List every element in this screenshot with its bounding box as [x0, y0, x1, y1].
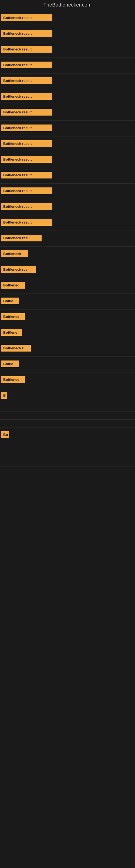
bottleneck-result-bar[interactable]: Bottlenec: [1, 376, 25, 383]
bottleneck-result-bar[interactable]: Bottleneck result: [1, 124, 52, 131]
bottleneck-result-bar[interactable]: Bottleneck result: [1, 187, 52, 194]
list-item: Bottleneck: [0, 247, 135, 262]
bottleneck-result-bar[interactable]: Bottleneck result: [1, 30, 52, 37]
list-item: [0, 404, 135, 412]
list-item: Bottle: [0, 294, 135, 310]
list-item: Bottleneck result: [0, 26, 135, 42]
bottleneck-result-bar[interactable]: Bottleneck result: [1, 109, 52, 116]
bottleneck-result-bar[interactable]: Bottleneck resu: [1, 235, 42, 241]
list-item: Bottleneck result: [0, 89, 135, 105]
list-item: Bottleneck result: [0, 136, 135, 152]
list-item: Bottleneck res: [0, 262, 135, 278]
list-item: Bottleneck result: [0, 152, 135, 168]
bottleneck-result-bar[interactable]: Bottleneck result: [1, 62, 52, 68]
bottleneck-result-bar[interactable]: Bottleneck result: [1, 77, 52, 84]
bottleneck-result-bar[interactable]: Bottleneck result: [1, 156, 52, 163]
bottleneck-result-bar[interactable]: Bottleneck result: [1, 203, 52, 210]
list-item: Bottleneck result: [0, 58, 135, 73]
list-item: Bottlenec: [0, 278, 135, 294]
list-item: Bottleneck result: [0, 73, 135, 89]
bottleneck-result-bar[interactable]: Bottlenec: [1, 313, 25, 320]
list-item: [0, 443, 135, 451]
list-item: Bottleneck result: [0, 42, 135, 58]
list-item: Bottleneck result: [0, 168, 135, 184]
list-item: Bottleneck r: [0, 341, 135, 357]
bottleneck-result-bar[interactable]: Bottlenec: [1, 282, 25, 289]
bottleneck-result-bar[interactable]: Bo: [1, 431, 9, 438]
bottleneck-result-bar[interactable]: Bottleneck res: [1, 266, 36, 273]
list-item: [0, 412, 135, 420]
list-item: Bottleneck result: [0, 121, 135, 136]
list-item: Bo: [0, 428, 135, 443]
list-item: [0, 459, 135, 467]
bottleneck-result-bar[interactable]: Bottleneck result: [1, 46, 52, 53]
list-item: Bottleneck result: [0, 199, 135, 215]
bottleneck-result-bar[interactable]: Bottleneck: [1, 250, 28, 257]
list-item: Bottlenec: [0, 310, 135, 325]
bottleneck-result-bar[interactable]: Bottleneck result: [1, 140, 52, 147]
list-item: Bottleneck result: [0, 184, 135, 199]
site-title: TheBottlenecker.com: [0, 0, 135, 10]
list-item: Bottle: [0, 357, 135, 372]
bottleneck-result-bar[interactable]: Bottleneck result: [1, 93, 52, 100]
list-item: [0, 451, 135, 459]
bottleneck-result-bar[interactable]: Bottleneck r: [1, 345, 31, 351]
list-item: Bottlene: [0, 325, 135, 341]
list-item: Bottleneck result: [0, 105, 135, 121]
list-item: [0, 420, 135, 428]
bottleneck-result-bar[interactable]: Bottleneck result: [1, 172, 52, 179]
bottleneck-result-bar[interactable]: B: [1, 392, 7, 399]
bottleneck-result-bar[interactable]: Bottleneck result: [1, 14, 52, 21]
bottleneck-result-bar[interactable]: Bottle: [1, 361, 18, 367]
list-item: Bottleneck resu: [0, 231, 135, 247]
bottleneck-result-bar[interactable]: Bottle: [1, 298, 18, 304]
list-item: Bottleneck result: [0, 10, 135, 26]
bottleneck-result-bar[interactable]: Bottleneck result: [1, 219, 52, 226]
list-item: Bottlenec: [0, 372, 135, 388]
list-item: Bottleneck result: [0, 215, 135, 231]
list-item: B: [0, 388, 135, 404]
bottleneck-result-bar[interactable]: Bottlene: [1, 329, 22, 336]
